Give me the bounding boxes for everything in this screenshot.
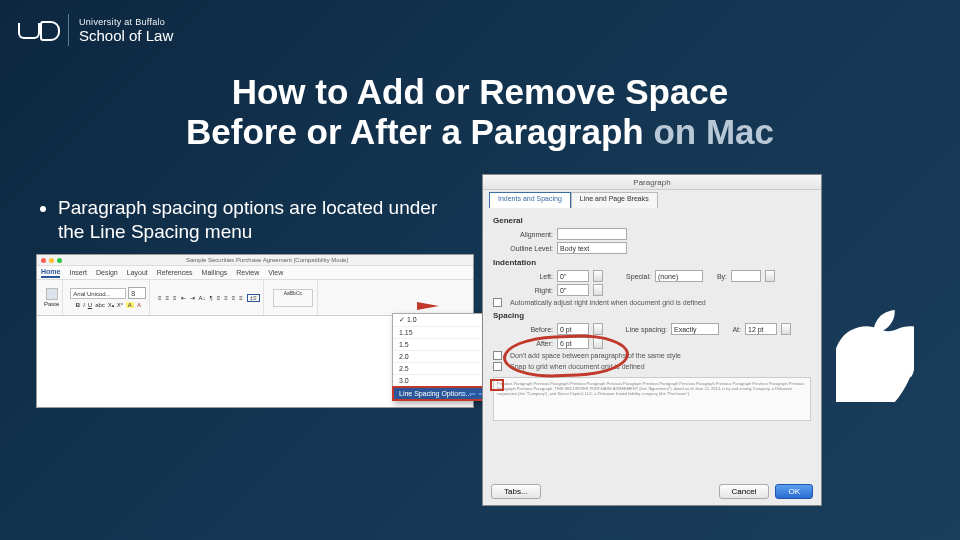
traffic-light-min-icon <box>49 258 54 263</box>
at-label: At: <box>723 326 741 333</box>
align-center-icon[interactable]: ≡ <box>224 295 228 301</box>
tab-indents-spacing[interactable]: Indents and Spacing <box>489 192 571 208</box>
paste-icon <box>46 288 58 300</box>
red-box-annotation <box>490 379 504 391</box>
special-select[interactable]: (none) <box>655 270 703 282</box>
traffic-light-close-icon <box>41 258 46 263</box>
title-on-mac: on Mac <box>653 112 774 151</box>
snap-grid-checkbox[interactable] <box>493 362 502 371</box>
bullet-item: Paragraph spacing options are located un… <box>58 196 460 244</box>
font-size-select[interactable]: 8 <box>128 287 146 299</box>
indent-left-input[interactable]: 0" <box>557 270 589 282</box>
slide-title: How to Add or Remove Space Before or Aft… <box>0 72 960 153</box>
subscript-icon[interactable]: X₂ <box>108 301 114 308</box>
dialog-tabs: Indents and Spacing Line and Page Breaks <box>483 190 821 208</box>
tab-references[interactable]: References <box>157 269 193 276</box>
paragraph-dialog: Paragraph Indents and Spacing Line and P… <box>482 174 822 506</box>
line-spacing-icon[interactable]: ‡≡ <box>247 294 260 302</box>
align-left-icon[interactable]: ≡ <box>217 295 221 301</box>
increase-indent-icon[interactable]: ⇥ <box>190 294 195 301</box>
tab-review[interactable]: Review <box>236 269 259 276</box>
same-style-checkbox[interactable] <box>493 351 502 360</box>
same-style-label: Don't add space between paragraphs of th… <box>510 352 681 359</box>
after-label: After: <box>493 340 553 347</box>
indent-left-label: Left: <box>493 273 553 280</box>
logo-divider <box>68 14 69 46</box>
university-name: University at Buffalo <box>79 17 173 27</box>
underline-icon[interactable]: U <box>88 302 92 308</box>
tab-view[interactable]: View <box>268 269 283 276</box>
stepper-icon[interactable] <box>593 337 603 349</box>
stepper-icon[interactable] <box>765 270 775 282</box>
dialog-title: Paragraph <box>483 175 821 190</box>
school-name: School of Law <box>79 27 173 44</box>
font-color-icon[interactable]: A <box>137 302 141 308</box>
stepper-icon[interactable] <box>593 284 603 296</box>
strikethrough-icon[interactable]: abc <box>95 302 105 308</box>
before-label: Before: <box>493 326 553 333</box>
logo-text: University at Buffalo School of Law <box>79 17 173 44</box>
spacing-header: Spacing <box>493 311 811 320</box>
highlight-icon[interactable]: A <box>126 302 134 308</box>
after-input[interactable]: 6 pt <box>557 337 589 349</box>
auto-indent-label: Automatically adjust right indent when d… <box>510 299 706 306</box>
ub-interlocking-logo-icon <box>18 17 60 43</box>
word-ribbon-screenshot: Sample Securities Purchase Agreement [Co… <box>36 254 474 408</box>
tab-line-page-breaks[interactable]: Line and Page Breaks <box>571 192 658 208</box>
multilevel-icon[interactable]: ≡ <box>173 295 177 301</box>
styles-group[interactable]: AaBbCc <box>268 280 318 315</box>
general-header: General <box>493 216 811 225</box>
superscript-icon[interactable]: X² <box>117 302 123 308</box>
red-arrow-annotation <box>417 302 439 310</box>
special-label: Special: <box>607 273 651 280</box>
outline-label: Outline Level: <box>493 245 553 252</box>
word-titlebar: Sample Securities Purchase Agreement [Co… <box>37 255 473 266</box>
cancel-button[interactable]: Cancel <box>719 484 770 499</box>
outline-select[interactable]: Body text <box>557 242 627 254</box>
italic-icon[interactable]: I <box>83 302 85 308</box>
paragraph-group: ≡ ≡ ≡ ⇤ ⇥ A↓ ¶ ≡ ≡ ≡ ≡ ‡≡ <box>154 280 264 315</box>
stepper-icon[interactable] <box>781 323 791 335</box>
indent-right-input[interactable]: 0" <box>557 284 589 296</box>
tab-layout[interactable]: Layout <box>127 269 148 276</box>
word-window-title: Sample Securities Purchase Agreement [Co… <box>65 257 469 263</box>
apple-logo-icon <box>836 310 914 402</box>
sort-icon[interactable]: A↓ <box>199 295 206 301</box>
linespacing-label: Line spacing: <box>607 326 667 333</box>
at-input[interactable]: 12 pt <box>745 323 777 335</box>
by-label: By: <box>707 273 727 280</box>
title-line1: How to Add or Remove Space <box>232 72 729 111</box>
indent-right-label: Right: <box>493 287 553 294</box>
ribbon-toolbar: Paste Arial Unicod... 8 B I U abc X₂ X² … <box>37 280 473 316</box>
dialog-body: General Alignment: Outline Level: Body t… <box>483 208 821 425</box>
bullet-list: Paragraph spacing options are located un… <box>40 196 460 244</box>
by-input[interactable] <box>731 270 761 282</box>
stepper-icon[interactable] <box>593 270 603 282</box>
alignment-select[interactable] <box>557 228 627 240</box>
bullets-icon[interactable]: ≡ <box>158 295 162 301</box>
linespacing-select[interactable]: Exactly <box>671 323 719 335</box>
tabs-button[interactable]: Tabs... <box>491 484 541 499</box>
decrease-indent-icon[interactable]: ⇤ <box>181 294 186 301</box>
preview-box: Previous Paragraph Previous Paragraph Pr… <box>493 377 811 421</box>
university-logo-block: University at Buffalo School of Law <box>18 14 173 46</box>
tab-design[interactable]: Design <box>96 269 118 276</box>
numbering-icon[interactable]: ≡ <box>166 295 170 301</box>
indentation-header: Indentation <box>493 258 811 267</box>
paste-group[interactable]: Paste <box>41 280 63 315</box>
justify-icon[interactable]: ≡ <box>239 295 243 301</box>
pilcrow-icon[interactable]: ¶ <box>210 295 213 301</box>
tab-mailings[interactable]: Mailings <box>202 269 228 276</box>
before-input[interactable]: 0 pt <box>557 323 589 335</box>
tab-insert[interactable]: Insert <box>69 269 87 276</box>
snap-grid-label: Snap to grid when document grid is defin… <box>510 363 645 370</box>
align-right-icon[interactable]: ≡ <box>232 295 236 301</box>
auto-indent-checkbox[interactable] <box>493 298 502 307</box>
font-name-select[interactable]: Arial Unicod... <box>70 288 126 299</box>
tab-home[interactable]: Home <box>41 268 60 278</box>
bold-icon[interactable]: B <box>76 302 80 308</box>
stepper-icon[interactable] <box>593 323 603 335</box>
ribbon-tabs: Home Insert Design Layout References Mai… <box>37 266 473 280</box>
ok-button[interactable]: OK <box>775 484 813 499</box>
traffic-light-max-icon <box>57 258 62 263</box>
